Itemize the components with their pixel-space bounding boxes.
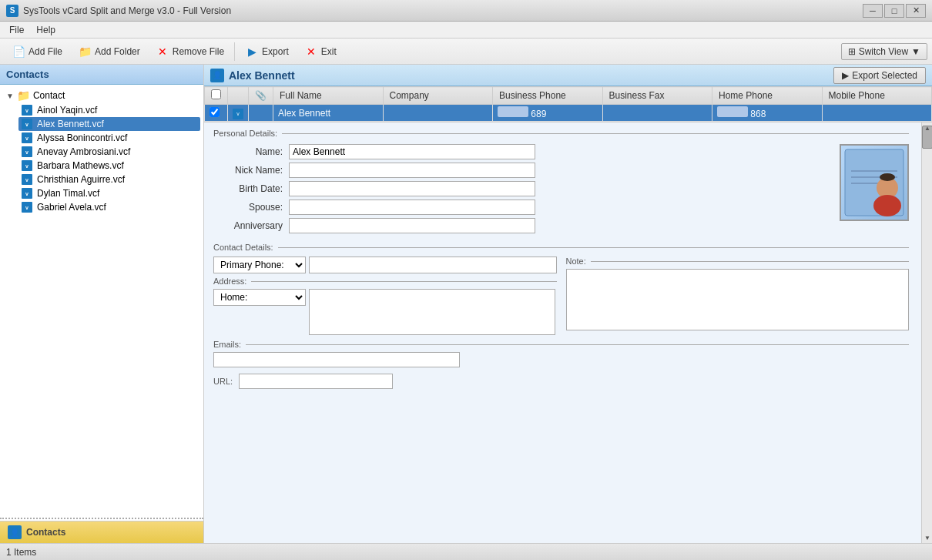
business-phone-preview <box>498 106 528 117</box>
personal-section-label: Personal Details: <box>213 129 277 138</box>
address-select[interactable]: Home: Work: Other: <box>213 289 306 306</box>
tree-item-dylan[interactable]: v Dylan Timal.vcf <box>18 186 200 200</box>
content-header: 👤 Alex Bennett ▶ Export Selected <box>204 65 932 86</box>
tree-item-alex[interactable]: v Alex Bennett.vcf <box>18 117 200 131</box>
exit-button[interactable]: ✕ Exit <box>297 42 344 62</box>
svg-point-5 <box>873 195 901 216</box>
menu-help[interactable]: Help <box>30 23 62 37</box>
add-folder-button[interactable]: 📁 Add Folder <box>71 42 147 62</box>
name-row: Name: <box>213 144 830 159</box>
switch-view-label: Switch View <box>859 46 908 57</box>
personal-divider <box>282 133 909 134</box>
remove-file-button[interactable]: ✕ Remove File <box>149 42 231 62</box>
tree-item-anevay[interactable]: v Anevay Ambrosiani.vcf <box>18 145 200 159</box>
row-checkbox[interactable] <box>210 107 220 117</box>
svg-point-7 <box>880 173 895 181</box>
url-row: URL: <box>213 374 909 389</box>
url-input[interactable] <box>239 374 393 389</box>
table-row[interactable]: v Alex Bennett 689 868 <box>205 105 932 122</box>
title-bar: S SysTools vCard Split and Merge v3.0 - … <box>0 0 932 22</box>
contacts-tab[interactable]: 👤 Contacts <box>0 521 203 543</box>
content-title: 👤 Alex Bennett <box>210 69 295 82</box>
content-title-text: Alex Bennett <box>229 69 295 82</box>
th-icon <box>228 87 249 105</box>
anniversary-input[interactable] <box>289 218 535 233</box>
name-input[interactable] <box>289 144 535 159</box>
personal-details-content: Name: Nick Name: Birth Date: <box>213 144 909 236</box>
th-company[interactable]: Company <box>383 87 493 105</box>
th-home-phone[interactable]: Home Phone <box>712 87 823 105</box>
spouse-row: Spouse: <box>213 200 830 215</box>
switch-view-button[interactable]: ⊞ Switch View ▼ <box>841 43 927 60</box>
tree-view: ▼ 📁 Contact v Ainol Yaqin.vcf v Alex Ben… <box>0 85 203 516</box>
tree-item-label-barbara: Barbara Mathews.vcf <box>37 160 124 171</box>
business-phone-suffix: 689 <box>531 109 546 119</box>
vcf-icon-alex: v <box>22 119 32 129</box>
tree-item-christhian[interactable]: v Christhian Aguirre.vcf <box>18 173 200 186</box>
tree-item-label-anevay: Anevay Ambrosiani.vcf <box>37 146 130 157</box>
scroll-up-arrow[interactable]: ▲ <box>922 122 932 133</box>
window-controls: ─ □ ✕ <box>863 4 926 18</box>
primary-phone-select[interactable]: Primary Phone: Home Phone: Work Phone: <box>213 257 306 273</box>
status-items-count: 1 Items <box>6 547 36 558</box>
add-file-button[interactable]: 📄 Add File <box>5 42 69 62</box>
row-checkbox-cell <box>205 105 228 122</box>
tree-item-gabriel[interactable]: v Gabriel Avela.vcf <box>18 200 200 214</box>
home-phone-suffix: 868 <box>750 109 766 119</box>
tree-item-label-christhian: Christhian Aguirre.vcf <box>37 174 125 185</box>
emails-row <box>213 352 909 367</box>
contact-section-header: Contact Details: <box>213 243 909 252</box>
th-full-name[interactable]: Full Name <box>273 87 384 105</box>
th-business-phone[interactable]: Business Phone <box>493 87 603 105</box>
tree-item-alyssa[interactable]: v Alyssa Bonincontri.vcf <box>18 131 200 145</box>
close-button[interactable]: ✕ <box>906 4 926 18</box>
export-label: Export <box>262 46 289 57</box>
row-business-fax <box>602 105 712 122</box>
note-textarea[interactable] <box>566 269 910 330</box>
select-all-checkbox[interactable] <box>211 89 221 99</box>
sidebar-divider <box>0 518 203 519</box>
add-file-icon: 📄 <box>12 45 25 59</box>
export-button[interactable]: ▶ Export <box>238 42 296 62</box>
menu-file[interactable]: File <box>3 23 30 37</box>
vcf-icon-dylan: v <box>22 188 32 199</box>
tree-item-label-gabriel: Gabriel Avela.vcf <box>37 202 106 213</box>
birth-date-input[interactable] <box>289 181 535 196</box>
maximize-button[interactable]: □ <box>884 4 904 18</box>
contacts-table-area: 📎 Full Name Company Business Phone Busin… <box>204 86 932 122</box>
row-mobile-phone <box>822 105 932 122</box>
scroll-down-arrow[interactable]: ▼ <box>922 532 932 543</box>
add-folder-label: Add Folder <box>95 46 140 57</box>
app-icon: S <box>6 5 18 17</box>
folder-icon: 📁 <box>17 89 30 102</box>
tree-item-barbara[interactable]: v Barbara Mathews.vcf <box>18 159 200 173</box>
primary-phone-input[interactable] <box>309 257 557 273</box>
th-business-fax[interactable]: Business Fax <box>602 87 712 105</box>
primary-phone-row: Primary Phone: Home Phone: Work Phone: <box>213 257 557 273</box>
row-icon-cell: v <box>228 105 249 122</box>
export-selected-icon: ▶ <box>842 70 849 81</box>
nick-name-input[interactable] <box>289 163 535 178</box>
row-vcf-icon: v <box>233 109 243 119</box>
row-home-phone: 868 <box>712 105 823 122</box>
th-mobile-phone[interactable]: Mobile Phone <box>822 87 932 105</box>
tree-root[interactable]: ▼ 📁 Contact <box>3 88 200 103</box>
tree-root-label: Contact <box>33 90 65 101</box>
emails-header: Emails: <box>213 340 909 349</box>
expand-icon: ▼ <box>6 92 14 100</box>
minimize-button[interactable]: ─ <box>863 4 883 18</box>
tree-item-ainol[interactable]: v Ainol Yaqin.vcf <box>18 103 200 117</box>
spouse-input[interactable] <box>289 200 535 215</box>
note-label: Note: <box>566 257 586 266</box>
nick-name-label: Nick Name: <box>213 165 283 176</box>
email-input[interactable] <box>213 352 460 367</box>
exit-label: Exit <box>321 46 337 57</box>
birth-date-label: Birth Date: <box>213 183 283 194</box>
row-company <box>383 105 493 122</box>
row-business-phone: 689 <box>493 105 603 122</box>
scrollbar-right[interactable]: ▲ ▼ <box>921 122 932 543</box>
avatar <box>840 144 909 221</box>
export-selected-button[interactable]: ▶ Export Selected <box>833 67 926 84</box>
address-textarea[interactable] <box>309 289 555 335</box>
sidebar: Contacts ▼ 📁 Contact v Ainol Yaqin.vcf v… <box>0 65 204 543</box>
